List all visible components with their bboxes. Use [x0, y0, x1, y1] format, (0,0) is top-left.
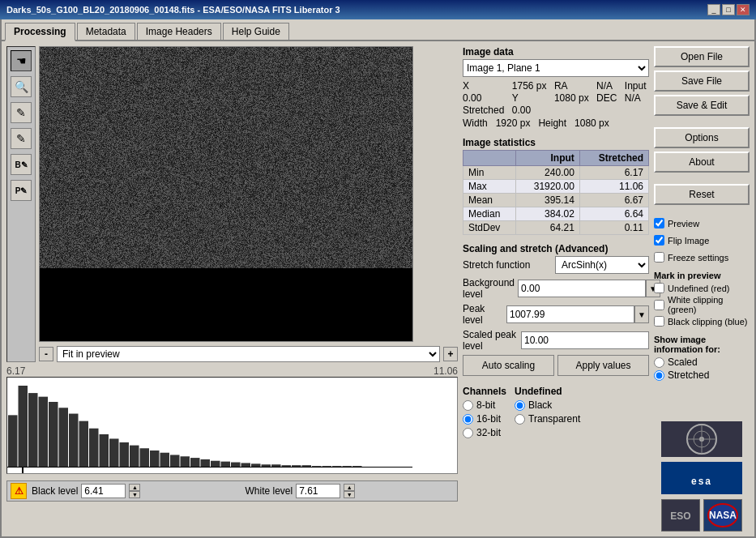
image-stats-label: Image statistics [463, 137, 649, 148]
channels-group: Channels 8-bit 16-bit 32-bit [463, 386, 506, 438]
table-row: Median384.026.64 [463, 207, 649, 221]
black-eyedropper-button[interactable]: B✎ [11, 154, 32, 175]
tab-image-headers[interactable]: Image Headers [137, 23, 221, 40]
undefined-red-checkbox[interactable]: Undefined (red) [654, 283, 750, 293]
stretch-function-row: Stretch function ArcSinh(x) Linear Log [463, 256, 649, 274]
zoom-plus-button[interactable]: + [443, 347, 458, 361]
coords-grid: X 1756 px RA N/A Input 0.00 Y 1080 px DE… [463, 80, 649, 116]
preview-checkbox[interactable]: Preview [654, 218, 750, 228]
channels-label: Channels [463, 386, 506, 397]
black-level-down[interactable]: ▼ [129, 491, 140, 498]
options-button[interactable]: Options [654, 127, 750, 148]
nasa-logo: NASA [703, 499, 742, 532]
zoom-select[interactable]: Fit in preview 100% 50% 25% [57, 346, 440, 362]
white-level-down[interactable]: ▼ [344, 491, 355, 498]
tab-processing[interactable]: Processing [5, 23, 75, 41]
table-row: StdDev64.210.11 [463, 221, 649, 235]
svg-text:ESO: ESO [670, 510, 690, 522]
flip-image-checkbox[interactable]: Flip Image [654, 235, 750, 246]
save-file-button[interactable]: Save File [654, 70, 750, 92]
hand-tool-button[interactable]: ☚ [11, 50, 32, 71]
peak-input[interactable] [506, 305, 634, 323]
undefined-transparent[interactable]: Transparent [515, 413, 580, 425]
close-button[interactable]: ✕ [737, 4, 750, 15]
channel-32bit[interactable]: 32-bit [463, 427, 506, 438]
reset-button[interactable]: Reset [654, 184, 750, 205]
show-info-label: Show image information for: [654, 335, 750, 354]
black-level-up[interactable]: ▲ [129, 484, 140, 491]
scaling-label: Scaling and stretch (Advanced) [463, 243, 649, 254]
white-level-input[interactable] [296, 484, 340, 498]
image-data-label: Image data [463, 46, 649, 58]
warning-icon: ⚠ [11, 483, 27, 499]
save-edit-button[interactable]: Save & Edit [654, 95, 750, 116]
minimize-button[interactable]: _ [707, 4, 720, 15]
bg-input[interactable] [518, 280, 646, 297]
eyedropper1-button[interactable]: ✎ [11, 102, 32, 123]
about-button[interactable]: About [654, 152, 750, 173]
scaled-peak-input[interactable] [521, 331, 649, 349]
black-bar [40, 268, 412, 341]
white-level-spinner[interactable]: ▲ ▼ [344, 484, 355, 498]
channel-16bit[interactable]: 16-bit [463, 413, 506, 425]
hubble-logo-svg [661, 421, 742, 457]
freeze-settings-checkbox[interactable]: Freeze settings [654, 252, 750, 263]
black-level-label: Black level [32, 485, 78, 497]
show-scaled-radio[interactable]: Scaled [654, 357, 750, 368]
mark-in-preview-section: Mark in preview Undefined (red) White cl… [654, 271, 750, 328]
scaled-peak-row: Scaled peak level [463, 329, 649, 352]
histogram-area [6, 377, 458, 474]
hubble-logo [661, 421, 742, 457]
zoom-minus-button[interactable]: - [39, 347, 53, 361]
undefined-label: Undefined [515, 386, 580, 397]
maximize-button[interactable]: □ [722, 4, 735, 15]
auto-scaling-row: Auto scaling Apply values [463, 355, 649, 376]
stretch-select[interactable]: ArcSinh(x) Linear Log [555, 256, 649, 274]
show-stretched-radio[interactable]: Stretched [654, 369, 750, 381]
white-level-up[interactable]: ▲ [344, 484, 355, 491]
image-select[interactable]: Image 1, Plane 1 [463, 59, 649, 77]
white-clipping-checkbox[interactable]: White clipping (green) [654, 295, 750, 314]
mark-preview-label: Mark in preview [654, 271, 750, 280]
peak-level-row: Peak level ▼ [463, 303, 649, 326]
black-level-input[interactable] [81, 484, 126, 498]
tool-strip: ☚ 🔍 ✎ ✎ B✎ P✎ [6, 46, 36, 362]
eyedropper2-button[interactable]: ✎ [11, 128, 32, 149]
background-level-row: Background level ▼ [463, 277, 649, 300]
scaling-section: Scaling and stretch (Advanced) Stretch f… [463, 243, 649, 376]
open-file-button[interactable]: Open File [654, 46, 750, 67]
eso-logo: ESO [661, 499, 700, 532]
undefined-group: Undefined Black Transparent [515, 386, 580, 438]
esa-logo: esa [661, 462, 742, 494]
auto-scaling-button[interactable]: Auto scaling [463, 355, 554, 376]
bg-label: Background level [463, 277, 515, 300]
tab-help-guide[interactable]: Help Guide [223, 23, 289, 40]
image-data-section: Image data Image 1, Plane 1 X 1756 px RA… [463, 46, 649, 129]
logos-section: esa ESO NASA [654, 415, 750, 532]
scaled-peak-label: Scaled peak level [463, 329, 518, 352]
preview-canvas [39, 46, 413, 342]
bottom-logos: ESO NASA [661, 499, 742, 532]
black-level-spinner[interactable]: ▲ ▼ [129, 484, 140, 498]
window-title: Darks_50s_G100_BL20_20180906_00148.fits … [6, 5, 340, 15]
black-clipping-checkbox[interactable]: Black clipping (blue) [654, 316, 750, 327]
table-row: Max31920.0011.06 [463, 180, 649, 194]
tab-metadata[interactable]: Metadata [77, 23, 135, 40]
table-row: Mean395.146.67 [463, 194, 649, 207]
show-image-info-section: Show image information for: Scaled Stret… [654, 335, 750, 382]
channel-8bit[interactable]: 8-bit [463, 399, 506, 411]
table-row: Min240.006.17 [463, 166, 649, 180]
stretch-label: Stretch function [463, 259, 552, 271]
white-eyedropper-button[interactable]: P✎ [11, 180, 32, 201]
apply-values-button[interactable]: Apply values [557, 355, 649, 376]
peak-label: Peak level [463, 303, 503, 326]
peak-arrow-button[interactable]: ▼ [634, 305, 649, 323]
zoom-tool-button[interactable]: 🔍 [11, 76, 32, 97]
esa-logo-svg: esa [661, 462, 742, 494]
image-stats-section: Image statistics Input Stretched Min240.… [463, 137, 649, 235]
level-bar: ⚠ Black level ▲ ▼ White level ▲ ▼ [6, 480, 458, 502]
channels-undefined: Channels 8-bit 16-bit 32-bit Un [463, 386, 649, 438]
svg-text:esa: esa [691, 476, 712, 487]
histogram-min-label: 6.17 [6, 365, 25, 377]
undefined-black[interactable]: Black [515, 399, 580, 411]
